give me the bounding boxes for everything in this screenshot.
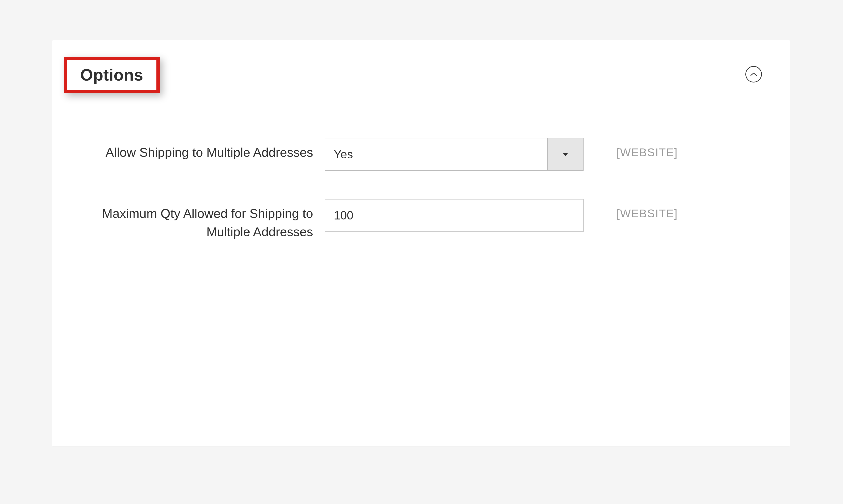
select-allow-shipping-multiple[interactable]: Yes (325, 138, 584, 171)
select-value: Yes (325, 138, 547, 170)
label-max-qty-allowed: Maximum Qty Allowed for Shipping to Mult… (90, 199, 325, 241)
form-area: Allow Shipping to Multiple Addresses Yes… (71, 138, 767, 241)
svg-marker-0 (563, 153, 568, 156)
scope-max-qty-allowed: [WEBSITE] (584, 199, 758, 220)
panel-title-highlight: Options (64, 57, 160, 93)
row-max-qty-allowed: Maximum Qty Allowed for Shipping to Mult… (90, 199, 767, 241)
select-handle (547, 138, 583, 170)
panel-header: Options (71, 64, 767, 93)
panel-title: Options (80, 66, 143, 84)
caret-down-icon (562, 152, 569, 157)
scope-allow-shipping-multiple: [WEBSITE] (584, 138, 758, 159)
label-allow-shipping-multiple: Allow Shipping to Multiple Addresses (90, 138, 325, 161)
input-max-qty-allowed[interactable] (325, 199, 584, 232)
options-panel: Options Allow Shipping to Multiple Addre… (52, 40, 790, 446)
chevron-up-icon (750, 72, 757, 77)
collapse-toggle[interactable] (745, 66, 762, 83)
row-allow-shipping-multiple: Allow Shipping to Multiple Addresses Yes… (90, 138, 767, 171)
